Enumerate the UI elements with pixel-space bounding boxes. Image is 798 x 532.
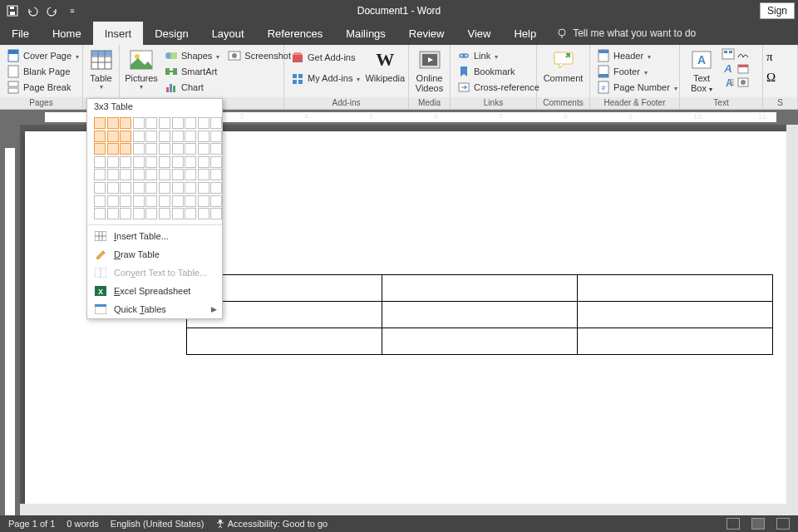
tab-insert[interactable]: Insert xyxy=(93,22,144,45)
grid-cell[interactable] xyxy=(172,143,184,155)
grid-cell[interactable] xyxy=(185,208,196,219)
signature-icon[interactable] xyxy=(736,48,750,60)
my-addins-button[interactable]: My Add-ins xyxy=(288,71,363,86)
tab-help[interactable]: Help xyxy=(502,22,548,45)
grid-cell[interactable] xyxy=(172,156,184,168)
grid-cell[interactable] xyxy=(172,169,184,180)
pictures-button[interactable]: Pictures ▾ xyxy=(123,47,160,92)
status-accessibility[interactable]: Accessibility: Good to go xyxy=(215,519,328,529)
grid-cell[interactable] xyxy=(198,156,209,168)
tab-home[interactable]: Home xyxy=(41,22,93,45)
grid-cell[interactable] xyxy=(120,156,131,168)
grid-cell[interactable] xyxy=(145,208,157,219)
insert-table-menuitem[interactable]: Insert Table... xyxy=(87,227,222,245)
tab-view[interactable]: View xyxy=(456,22,502,45)
qat-customize-icon[interactable]: ≡ xyxy=(65,3,80,18)
table-cell[interactable] xyxy=(578,302,773,328)
date-time-icon[interactable] xyxy=(736,62,750,74)
sign-in-button[interactable]: Sign xyxy=(760,2,795,19)
vertical-ruler[interactable] xyxy=(0,125,20,515)
tab-references[interactable]: References xyxy=(256,22,334,45)
footer-button[interactable]: Footer xyxy=(594,64,681,79)
grid-cell[interactable] xyxy=(185,195,196,207)
grid-cell[interactable] xyxy=(120,131,131,142)
grid-cell[interactable] xyxy=(107,131,119,142)
grid-cell[interactable] xyxy=(185,117,196,129)
grid-cell[interactable] xyxy=(107,195,119,207)
grid-cell[interactable] xyxy=(133,182,145,194)
grid-cell[interactable] xyxy=(210,117,222,129)
grid-cell[interactable] xyxy=(133,169,145,180)
table-cell[interactable] xyxy=(382,328,578,355)
table-cell[interactable] xyxy=(187,328,382,355)
quick-tables-menuitem[interactable]: Quick Tables ▶ xyxy=(87,300,222,318)
status-words[interactable]: 0 words xyxy=(66,519,99,529)
undo-icon[interactable] xyxy=(25,3,40,18)
status-language[interactable]: English (United States) xyxy=(111,519,204,529)
grid-cell[interactable] xyxy=(198,195,209,207)
grid-cell[interactable] xyxy=(94,117,106,129)
grid-cell[interactable] xyxy=(159,182,170,194)
grid-cell[interactable] xyxy=(120,208,131,219)
table-cell[interactable] xyxy=(382,275,578,302)
link-button[interactable]: Link xyxy=(454,48,543,63)
grid-cell[interactable] xyxy=(172,131,184,142)
grid-cell[interactable] xyxy=(94,143,106,155)
get-addins-button[interactable]: Get Add-ins xyxy=(288,50,363,65)
equation-icon[interactable]: π xyxy=(766,50,776,64)
symbol-icon[interactable]: Ω xyxy=(766,71,776,85)
grid-cell[interactable] xyxy=(198,208,209,219)
grid-cell[interactable] xyxy=(120,195,131,207)
comment-button[interactable]: Comment xyxy=(540,47,586,85)
grid-cell[interactable] xyxy=(120,143,131,155)
grid-cell[interactable] xyxy=(107,169,119,180)
web-layout-icon[interactable] xyxy=(776,518,790,530)
grid-cell[interactable] xyxy=(159,169,170,180)
grid-cell[interactable] xyxy=(120,169,131,180)
wordart-icon[interactable]: A xyxy=(722,62,735,74)
text-box-button[interactable]: A TextBox ▾ xyxy=(683,47,720,96)
tab-layout[interactable]: Layout xyxy=(200,22,256,45)
tab-design[interactable]: Design xyxy=(143,22,200,45)
grid-cell[interactable] xyxy=(145,195,157,207)
grid-cell[interactable] xyxy=(185,182,196,194)
grid-cell[interactable] xyxy=(159,208,170,219)
grid-cell[interactable] xyxy=(94,156,106,168)
grid-cell[interactable] xyxy=(172,182,184,194)
grid-cell[interactable] xyxy=(159,156,170,168)
wikipedia-button[interactable]: W Wikipedia xyxy=(365,47,405,85)
save-icon[interactable] xyxy=(5,3,20,18)
grid-cell[interactable] xyxy=(120,182,131,194)
grid-cell[interactable] xyxy=(120,117,131,129)
grid-cell[interactable] xyxy=(210,195,222,207)
grid-cell[interactable] xyxy=(159,143,170,155)
table-cell[interactable] xyxy=(578,275,773,302)
grid-cell[interactable] xyxy=(133,117,145,129)
grid-cell[interactable] xyxy=(107,156,119,168)
grid-cell[interactable] xyxy=(145,131,157,142)
grid-cell[interactable] xyxy=(159,117,170,129)
grid-cell[interactable] xyxy=(107,143,119,155)
online-videos-button[interactable]: OnlineVideos xyxy=(411,47,448,95)
table-cell[interactable] xyxy=(382,302,578,328)
grid-cell[interactable] xyxy=(145,182,157,194)
object-icon[interactable] xyxy=(736,76,750,88)
header-button[interactable]: Header xyxy=(594,48,681,63)
grid-cell[interactable] xyxy=(94,169,106,180)
grid-cell[interactable] xyxy=(198,182,209,194)
grid-cell[interactable] xyxy=(210,208,222,219)
quick-parts-icon[interactable] xyxy=(722,48,735,60)
grid-cell[interactable] xyxy=(185,156,196,168)
grid-cell[interactable] xyxy=(133,156,145,168)
grid-cell[interactable] xyxy=(210,143,222,155)
page-break-button[interactable]: Page Break xyxy=(3,80,82,95)
grid-cell[interactable] xyxy=(185,131,196,142)
page-number-button[interactable]: # Page Number xyxy=(594,80,681,95)
grid-cell[interactable] xyxy=(172,195,184,207)
grid-cell[interactable] xyxy=(172,117,184,129)
table-grid-picker[interactable] xyxy=(87,114,222,223)
chart-button[interactable]: Chart xyxy=(161,80,223,95)
grid-cell[interactable] xyxy=(133,195,145,207)
status-page[interactable]: Page 1 of 1 xyxy=(8,519,55,529)
grid-cell[interactable] xyxy=(145,169,157,180)
